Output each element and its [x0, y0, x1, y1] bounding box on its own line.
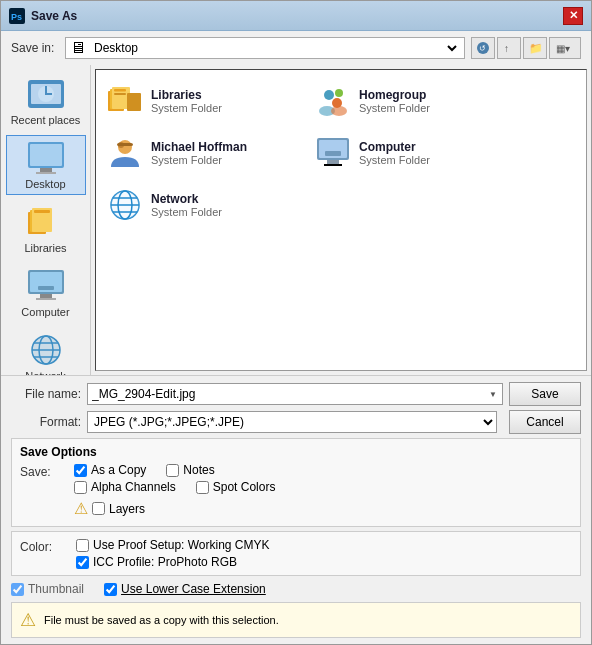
color-section: Color: Use Proof Setup: Working CMYK ICC…: [11, 531, 581, 576]
back-button[interactable]: ↺: [471, 37, 495, 59]
save-checkboxes-row-2: Alpha Channels Spot Colors: [74, 480, 275, 494]
as-copy-item[interactable]: As a Copy: [74, 463, 146, 477]
filename-wrap: ▼: [87, 383, 497, 405]
user-file-icon: [107, 135, 143, 171]
svg-point-42: [331, 106, 347, 116]
thumbnail-checkbox[interactable]: [11, 583, 24, 596]
format-label: Format:: [11, 415, 81, 429]
sidebar-item-network[interactable]: Network: [6, 327, 86, 375]
svg-rect-23: [40, 294, 52, 298]
icc-profile-label: ICC Profile: ProPhoto RGB: [93, 555, 237, 569]
file-item-computer[interactable]: Computer System Folder: [310, 128, 510, 178]
save-in-label: Save in:: [11, 41, 59, 55]
cancel-button[interactable]: Cancel: [509, 410, 581, 434]
spot-colors-checkbox[interactable]: [196, 481, 209, 494]
file-row-3: Network System Folder: [102, 180, 580, 230]
title-bar-left: Ps Save As: [9, 8, 77, 24]
format-wrap: JPEG (*.JPG;*.JPEG;*.JPE) PNG (*.PNG) TI…: [87, 411, 497, 433]
libraries-file-icon: [107, 83, 143, 119]
svg-rect-50: [325, 151, 341, 156]
format-row: Format: JPEG (*.JPG;*.JPEG;*.JPE) PNG (*…: [11, 410, 581, 434]
svg-rect-15: [40, 168, 52, 172]
alpha-channels-item[interactable]: Alpha Channels: [74, 480, 176, 494]
svg-rect-25: [38, 286, 54, 290]
homegroup-file-info: Homegroup System Folder: [359, 88, 430, 114]
use-proof-setup-item[interactable]: Use Proof Setup: Working CMYK: [76, 538, 270, 552]
save-checkboxes-row-3: ⚠ Layers: [74, 499, 275, 518]
sidebar-item-computer[interactable]: Computer: [6, 263, 86, 323]
spot-colors-label: Spot Colors: [213, 480, 276, 494]
close-button[interactable]: ✕: [563, 7, 583, 25]
filename-input[interactable]: [87, 383, 503, 405]
format-dropdown[interactable]: JPEG (*.JPG;*.JPEG;*.JPE) PNG (*.PNG) TI…: [87, 411, 497, 433]
svg-text:📁: 📁: [529, 41, 542, 55]
warning-text: File must be saved as a copy with this s…: [44, 614, 279, 626]
save-checkboxes-row-1: As a Copy Notes: [74, 463, 275, 477]
libraries-label: Libraries: [24, 242, 66, 254]
computer-label: Computer: [21, 306, 69, 318]
svg-rect-24: [36, 298, 56, 300]
content-area: Recent places Desktop: [1, 65, 591, 375]
sidebar-item-libraries[interactable]: Libraries: [6, 199, 86, 259]
up-button[interactable]: ↑: [497, 37, 521, 59]
svg-rect-48: [327, 160, 339, 164]
warning-icon: ⚠: [20, 609, 36, 631]
notes-item[interactable]: Notes: [166, 463, 214, 477]
layers-checkbox[interactable]: [92, 502, 105, 515]
network-icon: [26, 332, 66, 368]
sidebar-item-recent-places[interactable]: Recent places: [6, 71, 86, 131]
svg-rect-37: [114, 93, 126, 95]
svg-rect-16: [36, 172, 56, 174]
recent-places-label: Recent places: [11, 114, 81, 126]
notes-checkbox[interactable]: [166, 464, 179, 477]
toolbar-buttons: ↺ ↑ 📁 ▦▾: [471, 37, 581, 59]
photoshop-icon: Ps: [9, 8, 25, 24]
use-proof-setup-checkbox[interactable]: [76, 539, 89, 552]
as-copy-checkbox[interactable]: [74, 464, 87, 477]
save-button[interactable]: Save: [509, 382, 581, 406]
save-in-dropdown[interactable]: Desktop: [90, 40, 460, 56]
sidebar-item-desktop[interactable]: Desktop: [6, 135, 86, 195]
icc-profile-item[interactable]: ICC Profile: ProPhoto RGB: [76, 555, 270, 569]
file-item-homegroup[interactable]: Homegroup System Folder: [310, 76, 510, 126]
svg-rect-36: [127, 93, 141, 111]
other-section: Thumbnail Use Lower Case Extension: [11, 582, 581, 596]
color-checkboxes: Use Proof Setup: Working CMYK ICC Profil…: [76, 538, 270, 569]
file-item-network[interactable]: Network System Folder: [102, 180, 302, 230]
recent-places-icon: [26, 76, 66, 112]
computer-icon: [26, 268, 66, 304]
network-file-info: Network System Folder: [151, 192, 222, 218]
libraries-icon: [26, 204, 66, 240]
views-button[interactable]: ▦▾: [549, 37, 581, 59]
thumbnail-item[interactable]: Thumbnail: [11, 582, 84, 596]
desktop-icon: [26, 140, 66, 176]
save-options-row: Save: As a Copy Notes: [20, 463, 572, 518]
save-as-dialog: Ps Save As ✕ Save in: 🖥 Desktop ↺ ↑ 📁: [0, 0, 592, 645]
save-options-save-label: Save:: [20, 463, 70, 479]
file-item-libraries[interactable]: Libraries System Folder: [102, 76, 302, 126]
alpha-channels-label: Alpha Channels: [91, 480, 176, 494]
layers-item[interactable]: Layers: [92, 502, 145, 516]
sidebar: Recent places Desktop: [1, 65, 91, 375]
filename-row: File name: ▼ Save: [11, 382, 581, 406]
icc-profile-checkbox[interactable]: [76, 556, 89, 569]
file-row-2: Michael Hoffman System Folder: [102, 128, 580, 178]
svg-text:↑: ↑: [504, 43, 509, 54]
lower-case-checkbox[interactable]: [104, 583, 117, 596]
svg-text:↺: ↺: [479, 44, 486, 53]
svg-rect-45: [117, 143, 133, 146]
spot-colors-item[interactable]: Spot Colors: [196, 480, 276, 494]
network-file-icon: [107, 187, 143, 223]
file-item-michael[interactable]: Michael Hoffman System Folder: [102, 128, 302, 178]
bottom-section: File name: ▼ Save Format: JPEG (*.JPG;*.…: [1, 375, 591, 644]
filename-label: File name:: [11, 387, 81, 401]
color-label: Color:: [20, 538, 70, 554]
svg-rect-14: [30, 144, 62, 166]
alpha-channels-checkbox[interactable]: [74, 481, 87, 494]
svg-rect-20: [34, 210, 50, 213]
new-folder-button[interactable]: 📁: [523, 37, 547, 59]
lower-case-item[interactable]: Use Lower Case Extension: [104, 582, 266, 596]
dialog-title: Save As: [31, 9, 77, 23]
title-bar: Ps Save As ✕: [1, 1, 591, 31]
thumbnail-label: Thumbnail: [28, 582, 84, 596]
